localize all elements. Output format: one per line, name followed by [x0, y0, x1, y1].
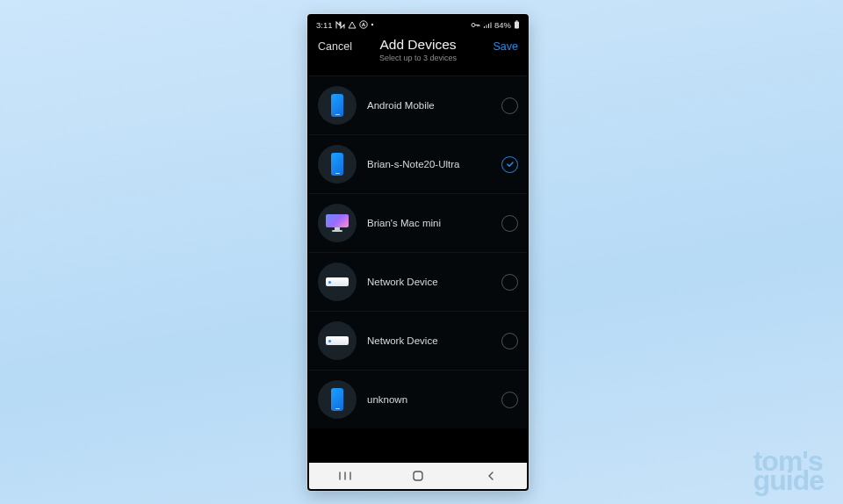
modal-header: Cancel Add Devices Select up to 3 device…: [309, 33, 527, 76]
device-name-label: Network Device: [357, 277, 501, 287]
select-radio[interactable]: [501, 156, 518, 173]
svg-rect-3: [515, 22, 519, 29]
network-box-icon: [326, 336, 349, 345]
device-avatar: [318, 204, 357, 242]
triangle-outline-icon: [348, 21, 357, 29]
home-button[interactable]: [392, 466, 444, 486]
device-avatar: [318, 263, 357, 301]
save-button[interactable]: Save: [494, 40, 519, 53]
network-box-icon: [326, 277, 349, 286]
device-avatar: [318, 321, 357, 360]
phone-icon: [331, 153, 343, 176]
svg-rect-4: [516, 20, 518, 22]
phone-frame: 3:11 84%: [307, 14, 529, 491]
device-row[interactable]: unknown: [309, 370, 527, 428]
select-radio[interactable]: [501, 215, 518, 232]
device-row[interactable]: Brian's Mac mini: [309, 193, 527, 252]
monitor-icon: [326, 214, 349, 232]
phone-screen: 3:11 84%: [309, 16, 527, 489]
svg-rect-5: [414, 472, 422, 480]
device-name-label: Network Device: [357, 335, 501, 346]
circled-a-icon: [359, 20, 368, 29]
select-radio[interactable]: [501, 274, 518, 291]
device-row[interactable]: Network Device: [309, 311, 527, 370]
phone-icon: [331, 94, 343, 117]
svg-point-2: [472, 23, 475, 26]
android-nav-bar: [309, 463, 527, 489]
device-avatar: [318, 145, 357, 184]
device-name-label: Android Mobile: [357, 100, 501, 111]
recents-button[interactable]: [319, 466, 371, 486]
select-radio[interactable]: [501, 392, 518, 408]
device-row[interactable]: Android Mobile: [309, 76, 527, 134]
device-name-label: Brian-s-Note20-Ultra: [357, 159, 501, 169]
dot-icon: [371, 23, 374, 26]
phone-icon: [331, 388, 343, 411]
svg-point-1: [371, 24, 372, 25]
select-radio[interactable]: [501, 97, 518, 114]
status-time: 3:11: [316, 20, 333, 30]
device-name-label: unknown: [357, 394, 501, 405]
status-bar-left: 3:11: [316, 20, 374, 30]
back-button[interactable]: [465, 466, 517, 486]
device-row[interactable]: Brian-s-Note20-Ultra: [309, 134, 527, 193]
select-radio[interactable]: [501, 333, 518, 349]
signal-icon: [483, 21, 492, 29]
battery-icon: [514, 20, 520, 29]
device-avatar: [318, 380, 357, 419]
page-subtitle: Select up to 3 devices: [309, 54, 527, 62]
device-row[interactable]: Network Device: [309, 252, 527, 311]
battery-percent-text: 84%: [494, 20, 511, 30]
watermark-line2: guide: [753, 469, 824, 492]
device-avatar: [318, 86, 357, 125]
status-bar-right: 84%: [471, 20, 520, 30]
device-name-label: Brian's Mac mini: [357, 218, 501, 228]
device-list: Android MobileBrian-s-Note20-UltraBrian'…: [309, 76, 527, 428]
status-bar: 3:11 84%: [309, 16, 527, 33]
vpn-key-icon: [471, 21, 480, 29]
nfc-icon: [335, 21, 345, 29]
toms-guide-watermark: tom's guide: [753, 450, 824, 492]
